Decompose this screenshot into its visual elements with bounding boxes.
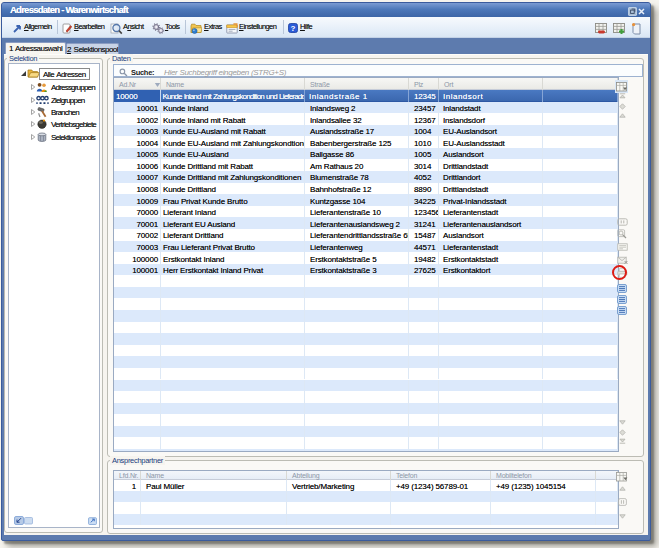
- svg-text:?: ?: [291, 24, 296, 33]
